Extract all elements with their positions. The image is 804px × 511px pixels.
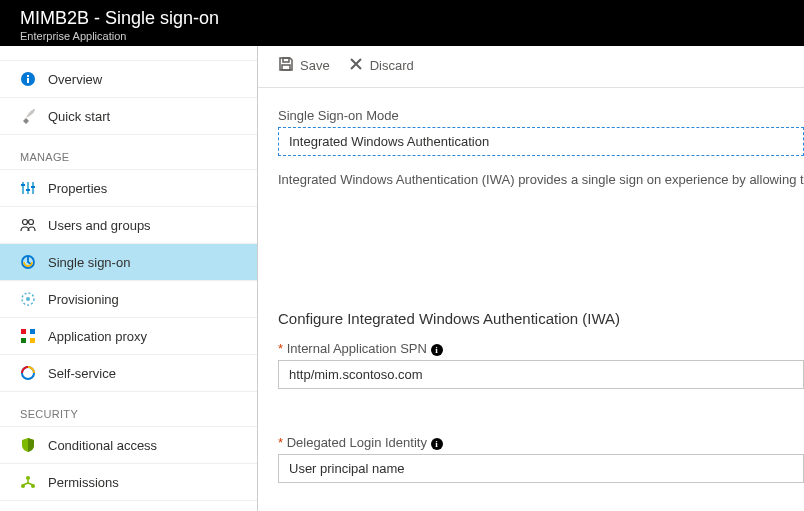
sidebar-item-permissions[interactable]: Permissions: [0, 464, 257, 501]
save-label: Save: [300, 58, 330, 73]
svg-point-10: [29, 220, 34, 225]
sidebar-item-conditional-access[interactable]: Conditional access: [0, 426, 257, 464]
key-icon: [20, 254, 36, 270]
svg-rect-17: [30, 338, 35, 343]
sidebar-item-label: Self-service: [48, 366, 116, 381]
sidebar-item-sso[interactable]: Single sign-on: [0, 244, 257, 281]
config-heading: Configure Integrated Windows Authenticat…: [278, 310, 804, 327]
sidebar-item-properties[interactable]: Properties: [0, 169, 257, 207]
svg-rect-1: [27, 78, 29, 83]
sidebar-item-label: Application proxy: [48, 329, 147, 344]
sidebar-item-app-proxy[interactable]: Application proxy: [0, 318, 257, 355]
svg-rect-14: [21, 329, 26, 334]
rocket-icon: [20, 108, 36, 124]
mode-label: Single Sign-on Mode: [278, 108, 804, 123]
sidebar-item-self-service[interactable]: Self-service: [0, 355, 257, 392]
sliders-icon: [20, 180, 36, 196]
self-service-icon: [20, 365, 36, 381]
svg-rect-15: [30, 329, 35, 334]
blade-subtitle: Enterprise Application: [20, 30, 784, 42]
save-button[interactable]: Save: [278, 56, 330, 75]
sidebar-item-quickstart[interactable]: Quick start: [0, 98, 257, 135]
sidebar-item-label: Properties: [48, 181, 107, 196]
svg-rect-23: [282, 65, 290, 70]
app-proxy-icon: [20, 328, 36, 344]
sidebar-item-label: Single sign-on: [48, 255, 130, 270]
svg-rect-22: [283, 58, 289, 62]
discard-label: Discard: [370, 58, 414, 73]
svg-rect-6: [21, 184, 25, 186]
info-icon[interactable]: i: [431, 438, 443, 450]
blade-title: MIMB2B - Single sign-on: [20, 8, 784, 29]
identity-label: Delegated Login Identity i: [278, 435, 804, 450]
svg-point-19: [26, 476, 30, 480]
sidebar-item-label: Permissions: [48, 475, 119, 490]
spn-value: http/mim.scontoso.com: [289, 367, 423, 382]
identity-value: User principal name: [289, 461, 405, 476]
spn-input[interactable]: http/mim.scontoso.com: [278, 360, 804, 389]
toolbar: Save Discard: [258, 46, 804, 88]
svg-point-9: [23, 220, 28, 225]
save-icon: [278, 56, 294, 75]
svg-rect-7: [26, 189, 30, 191]
sidebar-heading-security: SECURITY: [0, 398, 257, 426]
svg-rect-8: [31, 186, 35, 188]
sidebar-item-overview[interactable]: Overview: [0, 60, 257, 98]
sidebar-item-label: Conditional access: [48, 438, 157, 453]
mode-select[interactable]: Integrated Windows Authentication: [278, 127, 804, 156]
svg-rect-3: [22, 182, 24, 194]
svg-point-13: [26, 297, 30, 301]
sidebar: Overview Quick start MANAGE Properties U…: [0, 46, 258, 511]
sidebar-item-label: Overview: [48, 72, 102, 87]
discard-button[interactable]: Discard: [348, 56, 414, 75]
spn-label: Internal Application SPN i: [278, 341, 804, 356]
identity-select[interactable]: User principal name: [278, 454, 804, 483]
sidebar-item-users-groups[interactable]: Users and groups: [0, 207, 257, 244]
close-icon: [348, 56, 364, 75]
provisioning-icon: [20, 291, 36, 307]
users-icon: [20, 217, 36, 233]
sidebar-item-label: Users and groups: [48, 218, 151, 233]
sidebar-item-label: Provisioning: [48, 292, 119, 307]
blade-header: MIMB2B - Single sign-on Enterprise Appli…: [0, 0, 804, 46]
svg-rect-2: [27, 75, 29, 77]
info-icon: [20, 71, 36, 87]
sidebar-heading-manage: MANAGE: [0, 141, 257, 169]
svg-rect-16: [21, 338, 26, 343]
sidebar-item-provisioning[interactable]: Provisioning: [0, 281, 257, 318]
info-icon[interactable]: i: [431, 344, 443, 356]
permissions-icon: [20, 474, 36, 490]
sidebar-item-label: Quick start: [48, 109, 110, 124]
mode-description: Integrated Windows Authentication (IWA) …: [278, 170, 804, 190]
svg-rect-4: [27, 182, 29, 194]
content-pane: Save Discard Single Sign-on Mode Integra…: [258, 46, 804, 511]
mode-value: Integrated Windows Authentication: [289, 134, 489, 149]
shield-icon: [20, 437, 36, 453]
